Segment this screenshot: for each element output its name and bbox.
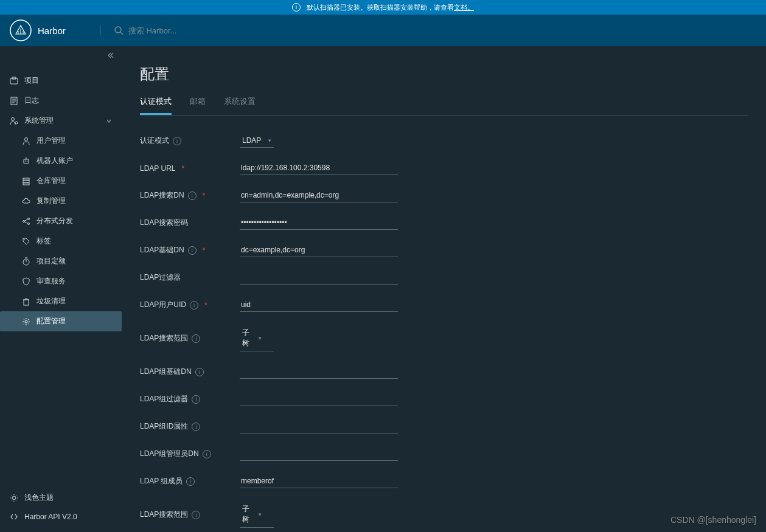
auth-mode-select[interactable]: LDAP▾	[240, 134, 274, 148]
svg-point-34	[25, 320, 27, 323]
ldap-scope2-select[interactable]: 子树▾	[240, 502, 274, 528]
sidebar-footer: 浅色主题 Harbor API V2.0	[0, 482, 122, 532]
required-marker: *	[203, 192, 206, 200]
svg-line-5	[120, 32, 123, 35]
info-icon[interactable]: i	[188, 192, 197, 200]
ldap-group-base-dn-label: LDAP组基础DN	[140, 367, 192, 377]
sidebar-item-replication[interactable]: 复制管理	[0, 191, 122, 211]
users-icon	[22, 137, 30, 145]
chevron-down-icon: ▾	[259, 335, 262, 341]
ldap-url-label: LDAP URL	[140, 164, 175, 173]
registries-icon	[22, 177, 30, 185]
sidebar-item-api[interactable]: Harbor API V2.0	[0, 508, 122, 526]
banner-doc-link[interactable]: 文档。	[454, 3, 474, 12]
trash-icon	[22, 297, 30, 306]
code-icon	[10, 513, 18, 521]
tab-system[interactable]: 系统设置	[224, 96, 256, 115]
ldap-uid-input[interactable]	[240, 298, 398, 312]
gear-icon	[22, 317, 30, 326]
timer-icon	[22, 257, 30, 266]
brand-text: Harbor	[38, 26, 66, 36]
info-icon[interactable]: i	[173, 137, 181, 145]
info-icon[interactable]: i	[195, 368, 204, 376]
sidebar-item-label: 用户管理	[37, 136, 66, 146]
sidebar-item-users[interactable]: 用户管理	[0, 131, 122, 151]
ldap-url-input[interactable]	[240, 161, 398, 175]
search-icon	[114, 26, 124, 35]
svg-point-24	[28, 223, 30, 224]
ldap-group-admin-dn-input[interactable]	[240, 447, 398, 461]
sidebar-collapse[interactable]	[0, 46, 122, 64]
sidebar-item-label: 分布式分发	[37, 216, 73, 226]
sidebar-item-quotas[interactable]: 项目定额	[0, 251, 122, 271]
tab-auth-mode[interactable]: 认证模式	[140, 96, 172, 115]
ldap-group-membership-input[interactable]	[240, 474, 398, 488]
sidebar-item-label: 日志	[24, 95, 39, 106]
sun-icon	[10, 494, 18, 502]
svg-rect-20	[23, 181, 29, 182]
ldap-search-dn-input[interactable]	[240, 188, 398, 202]
tag-icon	[22, 237, 30, 246]
sidebar-item-label: 仓库管理	[37, 176, 66, 186]
info-icon[interactable]: i	[188, 246, 197, 255]
chevron-down-icon: ▾	[259, 511, 262, 517]
svg-point-35	[12, 496, 16, 500]
ldap-group-membership-label: LDAP 组成员	[140, 476, 183, 486]
sidebar-group-admin[interactable]: 系统管理	[0, 111, 122, 131]
svg-point-4	[115, 27, 121, 33]
ldap-group-filter-input[interactable]	[240, 392, 398, 406]
info-icon[interactable]: i	[192, 334, 200, 343]
ldap-base-dn-label: LDAP基础DN	[140, 245, 184, 255]
ldap-scope-select[interactable]: 子树▾	[240, 325, 274, 351]
sidebar-item-theme[interactable]: 浅色主题	[0, 488, 122, 508]
sidebar-item-interrogation[interactable]: 审查服务	[0, 271, 122, 291]
info-icon[interactable]: i	[192, 511, 200, 519]
info-icon[interactable]: i	[186, 477, 195, 486]
info-icon[interactable]: i	[192, 423, 200, 431]
chevron-down-icon	[106, 118, 112, 124]
sidebar-item-config[interactable]: 配置管理	[0, 311, 122, 331]
ldap-filter-input[interactable]	[240, 271, 398, 285]
ldap-group-id-attr-label: LDAP组ID属性	[140, 421, 188, 432]
svg-line-26	[24, 221, 27, 223]
nav: 项目 日志 系统管理 用户管理 机器人账户 仓库管理 复制管理 分布式分发 标签…	[0, 64, 122, 482]
sidebar-item-gc[interactable]: 垃圾清理	[0, 291, 122, 311]
harbor-logo[interactable]: Harbor	[10, 19, 66, 41]
robot-icon	[22, 157, 30, 165]
ldap-uid-label: LDAP用户UID	[140, 300, 186, 310]
ldap-group-base-dn-input[interactable]	[240, 365, 398, 379]
tab-email[interactable]: 邮箱	[190, 96, 206, 115]
ldap-scope2-label: LDAP搜索范围	[140, 510, 188, 520]
shield-icon	[22, 277, 30, 286]
sidebar-item-label: 项目	[24, 75, 39, 86]
notification-banner: i 默认扫描器已安装。获取扫描器安装帮助，请查看 文档。	[0, 0, 766, 15]
sidebar-item-distribution[interactable]: 分布式分发	[0, 211, 122, 231]
sidebar-item-label: 项目定额	[37, 256, 66, 266]
search-input[interactable]	[128, 26, 250, 35]
admin-icon	[10, 117, 18, 125]
global-search[interactable]	[100, 26, 250, 35]
sidebar-item-robot[interactable]: 机器人账户	[0, 151, 122, 171]
svg-line-25	[24, 219, 27, 221]
info-icon[interactable]: i	[192, 395, 200, 404]
info-icon: i	[292, 3, 301, 12]
svg-point-27	[24, 239, 26, 240]
ldap-base-dn-input[interactable]	[240, 243, 398, 257]
chevron-double-left-icon	[107, 52, 114, 59]
ldap-search-pwd-input[interactable]	[240, 216, 398, 230]
required-marker: *	[204, 301, 207, 309]
sidebar-item-label: 浅色主题	[24, 492, 54, 503]
sidebar-item-projects[interactable]: 项目	[0, 71, 122, 91]
info-icon[interactable]: i	[190, 301, 198, 309]
share-icon	[22, 217, 30, 226]
ldap-group-id-attr-input[interactable]	[240, 420, 398, 434]
sidebar-item-labels[interactable]: 标签	[0, 231, 122, 251]
projects-icon	[10, 77, 18, 85]
svg-point-12	[12, 117, 15, 120]
svg-rect-19	[23, 178, 29, 180]
sidebar-item-logs[interactable]: 日志	[0, 91, 122, 111]
harbor-logo-icon	[10, 19, 32, 41]
sidebar-item-registries[interactable]: 仓库管理	[0, 171, 122, 191]
info-icon[interactable]: i	[203, 450, 211, 458]
svg-point-13	[15, 122, 18, 124]
